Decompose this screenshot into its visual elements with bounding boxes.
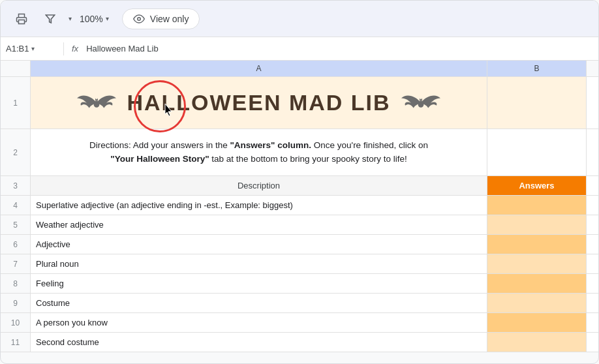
table-row: 8 Feeling — [1, 274, 598, 294]
table-row: 11 Second costume — [1, 333, 598, 352]
answers-header: Answers — [487, 176, 587, 195]
directions-before: Directions: Add your answers in the — [89, 140, 230, 150]
view-only-label: View only — [150, 14, 189, 24]
directions-cell-b — [487, 129, 587, 175]
bat-right-icon — [401, 90, 440, 116]
svg-point-2 — [138, 17, 141, 20]
table-row: 10 A person you know — [1, 313, 598, 333]
table-row: 6 Adjective — [1, 235, 598, 254]
row-number: 8 — [1, 274, 31, 293]
description-cell: Superlative adjective (an adjective endi… — [31, 196, 487, 215]
row-number: 1 — [1, 77, 31, 129]
print-button[interactable] — [11, 8, 32, 29]
description-cell: A person you know — [31, 313, 487, 332]
description-header: Description — [31, 176, 487, 195]
table-row: 3 Description Answers — [1, 176, 598, 196]
formula-content: Halloween Mad Lib — [86, 44, 159, 53]
answer-cell — [487, 274, 587, 293]
table-row: 7 Plural noun — [1, 254, 598, 274]
svg-marker-4 — [95, 98, 99, 100]
answer-cell — [487, 294, 587, 312]
svg-point-5 — [418, 100, 423, 108]
row-number: 5 — [1, 215, 31, 234]
answer-cell — [487, 333, 587, 352]
formula-bar: A1:B1 ▾ fx Halloween Mad Lib — [1, 37, 598, 61]
spreadsheet: A B 1 HALLOWEEN MAD LIB — [1, 61, 598, 352]
directions-bold2: "Your Halloween Story" — [110, 154, 209, 164]
directions-middle: Once you're finished, click on — [311, 140, 428, 150]
description-cell: Weather adjective — [31, 215, 487, 234]
svg-point-3 — [94, 100, 100, 108]
directions-text: Directions: Add your answers in the "Ans… — [89, 139, 428, 166]
row-number: 6 — [1, 235, 31, 254]
answer-cell — [487, 196, 587, 215]
description-cell: Costume — [31, 294, 487, 312]
row-number: 10 — [1, 313, 31, 332]
description-cell: Feeling — [31, 274, 487, 293]
row-number: 11 — [1, 333, 31, 352]
eye-icon — [133, 13, 145, 25]
description-cell: Plural noun — [31, 254, 487, 273]
table-row: 4 Superlative adjective (an adjective en… — [1, 196, 598, 215]
answer-cell — [487, 215, 587, 234]
table-row: 1 HALLOWEEN MAD LIB — [1, 77, 598, 129]
zoom-control[interactable]: 100% ▾ — [80, 14, 109, 24]
row-number: 2 — [1, 129, 31, 175]
row-number: 4 — [1, 196, 31, 215]
filter-button[interactable] — [40, 8, 61, 29]
halloween-title: HALLOWEEN MAD LIB — [77, 90, 440, 116]
svg-marker-1 — [46, 15, 54, 23]
cell-ref-value: A1:B1 — [6, 44, 29, 53]
svg-rect-0 — [19, 20, 25, 23]
filter-chevron-icon: ▾ — [69, 15, 72, 22]
title-text: HALLOWEEN MAD LIB — [127, 90, 390, 115]
fx-symbol: fx — [69, 44, 81, 53]
answer-cell — [487, 313, 587, 332]
col-b-header: B — [487, 61, 587, 76]
directions-after: tab at the bottom to bring your spooky s… — [209, 154, 407, 164]
answer-cell — [487, 254, 587, 273]
directions-cell: Directions: Add your answers in the "Ans… — [31, 129, 487, 175]
row-num-header — [1, 61, 31, 76]
zoom-chevron-icon: ▾ — [106, 15, 109, 22]
cell-ref-chevron-icon: ▾ — [31, 45, 35, 52]
toolbar: ▾ 100% ▾ View only — [1, 1, 598, 37]
row-number: 7 — [1, 254, 31, 273]
answer-cell — [487, 235, 587, 254]
row-number: 9 — [1, 294, 31, 312]
description-cell: Second costume — [31, 333, 487, 352]
cell-reference: A1:B1 ▾ — [6, 44, 58, 53]
title-cell: HALLOWEEN MAD LIB — [31, 77, 487, 129]
title-cell-b — [487, 77, 587, 129]
zoom-value: 100% — [80, 14, 103, 24]
view-only-button[interactable]: View only — [122, 8, 200, 29]
bat-left-icon — [77, 90, 116, 116]
svg-marker-6 — [419, 98, 422, 100]
description-cell: Adjective — [31, 235, 487, 254]
column-header-row: A B — [1, 61, 598, 77]
directions-bold1: "Answers" column. — [230, 140, 311, 150]
table-row: 9 Costume — [1, 294, 598, 313]
formula-divider — [63, 42, 64, 55]
col-a-header: A — [31, 61, 487, 76]
table-row: 5 Weather adjective — [1, 215, 598, 235]
row-number: 3 — [1, 176, 31, 195]
table-row: 2 Directions: Add your answers in the "A… — [1, 129, 598, 176]
